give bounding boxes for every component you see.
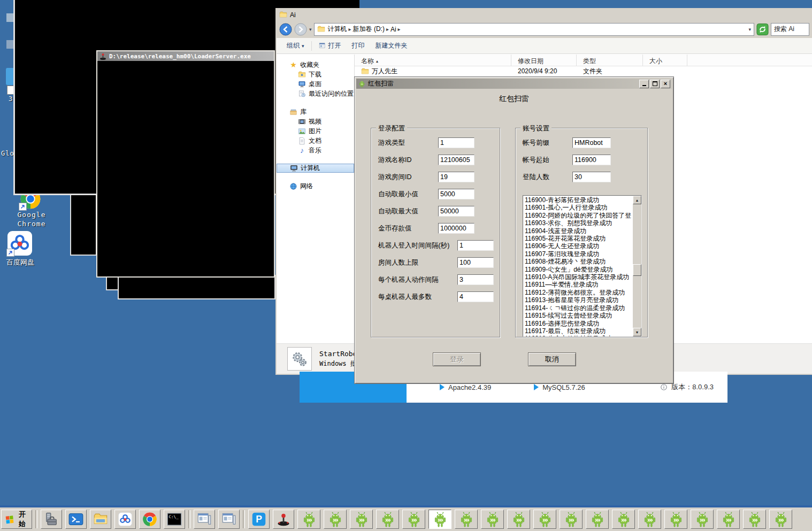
breadcrumb-item[interactable]: Ai [390,26,396,33]
sidebar-item-库[interactable]: 库 [277,107,354,117]
back-icon[interactable] [279,23,292,36]
field-input-帐号起始[interactable] [572,155,611,165]
open-button[interactable]: 打开 [315,40,345,52]
column-header-类型[interactable]: 类型 [577,55,643,66]
login-log-listbox[interactable]: 116900-青衫落拓登录成功116901-孤心,一人行登录成功116902-阿… [523,195,642,337]
address-field[interactable]: 计算机▸新加卷 (D:)▸Ai▸ ▾ [314,23,754,36]
column-header-修改日期[interactable]: 修改日期 [511,55,577,66]
taskbar-button-android-robot[interactable] [455,510,478,529]
scrollbar-thumb[interactable] [633,264,641,276]
log-list-item[interactable]: 116905-花开花落花登录成功 [523,235,632,242]
log-list-item[interactable]: 116911—半爱情,登录成功 [523,281,632,288]
sidebar-item-视频[interactable]: 视频 [277,117,354,126]
taskbar-button-baidu-netdisk-icon[interactable] [114,510,136,529]
taskbar-button-android-robot[interactable] [769,510,792,529]
taskbar-button-explorer-folder-icon[interactable] [90,510,111,529]
field-input-游戏类型[interactable] [438,137,474,148]
taskbar-button-android-robot[interactable] [402,510,425,529]
taskbar-button-phpstudy-icon[interactable]: P [248,510,270,529]
hidden-console-window[interactable] [106,278,119,290]
sidebar-item-文档[interactable]: 文档 [277,136,354,145]
cancel-button[interactable]: 取消 [528,352,576,366]
scroll-up-icon[interactable]: ▲ [633,196,641,204]
field-input-帐号前缀[interactable] [572,137,611,148]
log-list-item[interactable]: 116907-落泪玫瑰登录成功 [523,250,632,258]
field-input-每个机器人动作间隔[interactable] [457,274,494,285]
hidden-console-window[interactable] [118,275,275,299]
scroll-down-icon[interactable]: ▼ [633,328,641,336]
hidden-console-window[interactable] [70,191,97,256]
history-dropdown-icon[interactable]: ▾ [309,27,312,32]
mysql-service[interactable]: MySQL5.7.26 [534,383,585,391]
taskbar-button-android-robot[interactable] [297,510,320,529]
column-header-大小[interactable]: 大小 [643,55,687,66]
log-list-item[interactable]: 116910-A兴昂国际城李茶花登录成功 [523,273,632,281]
log-list-item[interactable]: 116902-阿娇的垃圾的死了快回答了登 [523,212,632,219]
log-list-item[interactable]: 116917-最后、结束登录成功 [523,327,632,335]
taskbar-button-app-window-icon[interactable] [194,510,215,529]
log-list-item[interactable]: 116918-生命中的终结登录成功 [523,335,632,336]
close-button[interactable]: × [661,80,670,88]
breadcrumb-separator-icon[interactable]: ▸ [398,26,401,32]
taskbar-button-android-robot[interactable] [350,510,373,529]
sidebar-item-收藏夹[interactable]: ★收藏夹 [277,60,354,70]
taskbar-button-android-robot[interactable] [428,510,451,529]
log-list-item[interactable]: 116904-浅蓝登录成功 [523,227,632,235]
taskbar-button-android-robot[interactable] [638,510,661,529]
field-input-房间人数上限[interactable] [457,257,494,268]
organize-button[interactable]: 组织▾ [283,40,308,52]
field-input-游戏房间ID[interactable] [438,172,474,182]
sidebar-item-最近访问的位置[interactable]: 最近访问的位置 [277,89,354,98]
taskbar-button-android-robot[interactable] [324,510,347,529]
sidebar-item-桌面[interactable]: 桌面 [277,79,354,89]
search-input[interactable]: 搜索 Ai [771,23,809,36]
taskbar-button-android-robot[interactable] [533,510,556,529]
taskbar-button-android-robot[interactable] [664,510,687,529]
taskbar-button-android-robot[interactable] [376,510,399,529]
sidebar-item-网络[interactable]: 网络 [277,181,354,191]
breadcrumb-separator-icon[interactable]: ▸ [386,26,389,32]
log-list-item[interactable]: 116900-青衫落拓登录成功 [523,196,632,204]
explorer-title-bar[interactable]: Ai [277,9,812,20]
new-folder-button[interactable]: 新建文件夹 [372,40,411,52]
log-list-item[interactable]: 116915-续写过去曾经登录成功 [523,312,632,319]
log-list-item[interactable]: 116914-ㄑㄱ错过你的温柔登录成功 [523,304,632,312]
taskbar-button-cmd-icon[interactable]: C:\_ [164,510,185,529]
taskbar-button-android-robot[interactable] [507,510,530,529]
listbox-scrollbar[interactable]: ▲ ▼ [633,196,641,336]
taskbar-button-chrome-icon[interactable] [139,510,160,529]
column-header-名称[interactable]: 名称▴ [355,55,511,66]
breadcrumb-separator-icon[interactable]: ▸ [349,26,351,32]
log-list-item[interactable]: 116909-尐女生」dé爱登录成功 [523,266,632,273]
address-dropdown-icon[interactable]: ▾ [748,27,751,32]
field-input-金币存款值[interactable] [438,223,474,234]
taskbar-button-android-robot[interactable] [481,510,504,529]
file-row[interactable]: 万人先生2020/9/4 9:20文件夹 [355,66,812,76]
taskbar-button-android-robot[interactable] [586,510,609,529]
taskbar-button-app-window-icon[interactable] [218,510,240,529]
loader-server-console-window[interactable]: D:\release\release_hm00\LoaderServer.exe [96,50,275,278]
log-list-item[interactable]: 116908-煙花易冷丶登录成功 [523,258,632,265]
minimize-button[interactable] [639,80,649,88]
field-input-自动取最大值[interactable] [438,206,474,217]
login-button[interactable]: 登录 [433,352,481,366]
field-input-每桌机器人最多数[interactable] [457,291,494,302]
taskbar-button-server-manager-icon[interactable] [41,510,62,529]
field-input-登陆人数[interactable] [572,172,611,182]
desktop-icon-fragment[interactable] [6,13,14,22]
log-list-item[interactable]: 116916-选择悲伤登录成功 [523,320,632,327]
log-list-item[interactable]: 116901-孤心,一人行登录成功 [523,204,632,211]
log-list-item[interactable]: 116906-无人生还登录成功 [523,242,632,250]
sidebar-item-下载[interactable]: 下载 [277,70,354,79]
forward-icon[interactable] [294,23,307,36]
breadcrumb[interactable]: 计算机▸新加卷 (D:)▸Ai▸ [328,25,401,34]
taskbar-button-android-robot[interactable] [743,510,766,529]
taskbar-button-android-robot[interactable] [717,510,740,529]
maximize-button[interactable] [650,80,660,88]
sidebar-item-图片[interactable]: 图片 [277,126,354,136]
desktop-icon-fragment[interactable] [6,40,14,49]
log-list-item[interactable]: 116912-薄荷微光都很京。登录成功 [523,289,632,296]
taskbar-button-joystick-icon[interactable] [273,510,294,529]
taskbar-button-android-robot[interactable] [691,510,714,529]
taskbar-button-android-robot[interactable] [612,510,635,529]
